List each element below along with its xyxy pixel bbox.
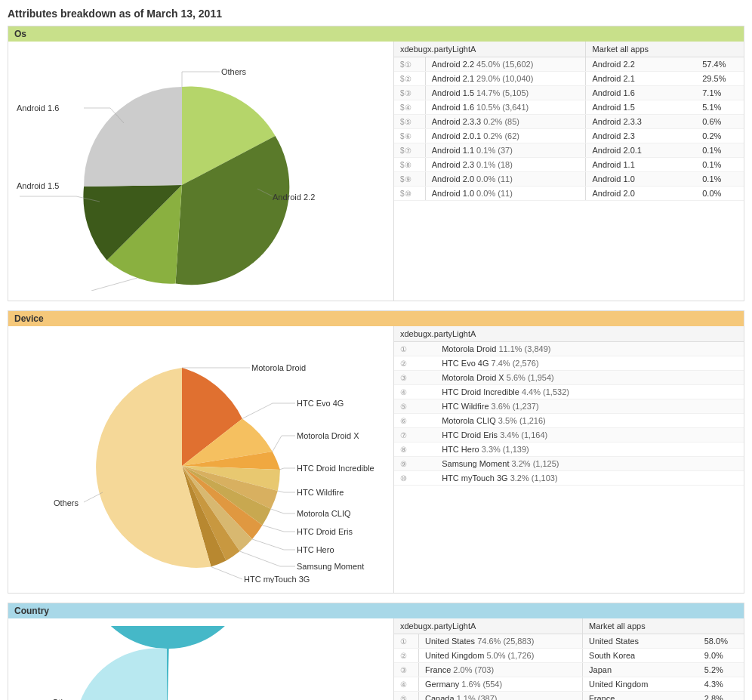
- os-data-area: xdebugx.partyLightA Market all apps $① A…: [393, 42, 744, 301]
- device-label-1: Motorola Droid: [251, 363, 306, 372]
- device-data-area: xdebugx.partyLightA ① Motorola Droid 11.…: [393, 326, 744, 593]
- svg-line-15: [278, 491, 284, 492]
- device-col1-header: xdebugx.partyLightA: [394, 326, 744, 342]
- country-data-area: xdebugx.partyLightA Market all apps ① Un…: [393, 618, 744, 700]
- device-label-5: HTC Wildfire: [297, 488, 344, 497]
- country-pie-chart: Others United Kingdom: [16, 626, 386, 700]
- country-section: Country: [8, 603, 744, 700]
- svg-line-6: [91, 278, 137, 291]
- page-title: Attributes breakdown as of March 13, 201…: [8, 8, 744, 20]
- device-label-8: HTC Hero: [297, 545, 334, 554]
- os-section-header: Os: [8, 26, 744, 42]
- svg-line-21: [252, 539, 284, 550]
- device-section-header: Device: [8, 311, 744, 326]
- os-label-16: Android 1.6: [17, 103, 59, 113]
- device-label-7: HTC Droid Eris: [297, 527, 353, 536]
- os-section-body: Others Android 1.6 Android 1.5 Android 2…: [8, 42, 744, 301]
- device-section-body: Motorola Droid HTC Evo 4G Motorola Droid…: [8, 326, 744, 593]
- country-data-table: xdebugx.partyLightA Market all apps ① Un…: [394, 618, 744, 700]
- device-section: Device: [8, 310, 744, 594]
- device-label-2: HTC Evo 4G: [297, 399, 344, 408]
- device-label-3: Motorola Droid X: [297, 431, 359, 440]
- os-pie-chart: Others Android 1.6 Android 1.5 Android 2…: [16, 49, 386, 291]
- svg-line-9: [242, 403, 273, 418]
- device-label-6: Motorola CLIQ: [297, 509, 351, 518]
- os-label-15: Android 1.5: [17, 181, 59, 190]
- svg-line-23: [240, 551, 281, 566]
- svg-line-11: [273, 436, 282, 452]
- country-slice-others: [75, 648, 167, 700]
- os-col2-header: Market all apps: [586, 42, 744, 57]
- device-label-10: HTC myTouch 3G: [244, 575, 310, 583]
- svg-line-19: [263, 526, 285, 532]
- svg-line-17: [271, 509, 284, 513]
- os-slice-others: [84, 87, 182, 187]
- device-chart-area: Motorola Droid HTC Evo 4G Motorola Droid…: [8, 326, 393, 593]
- svg-line-26: [84, 492, 103, 502]
- svg-line-13: [279, 468, 284, 470]
- country-chart-area: Others United Kingdom: [8, 618, 393, 700]
- os-label-others2: Others: [221, 67, 247, 76]
- device-label-9: Samsung Moment: [297, 562, 364, 571]
- os-section: Os: [8, 26, 744, 301]
- device-pie-chart: Motorola Droid HTC Evo 4G Motorola Droid…: [16, 334, 386, 583]
- os-data-table: xdebugx.partyLightA Market all apps $① A…: [394, 42, 744, 201]
- svg-line-25: [211, 567, 243, 580]
- country-section-header: Country: [8, 603, 744, 618]
- country-col2-header: Market all apps: [583, 618, 744, 634]
- os-col1-header: xdebugx.partyLightA: [394, 42, 586, 57]
- device-label-others: Others: [54, 498, 79, 507]
- device-label-4: HTC Droid Incredible: [297, 464, 374, 473]
- country-col1-header: xdebugx.partyLightA: [394, 618, 583, 634]
- country-section-body: Others United Kingdom xdebugx.partyLight…: [8, 618, 744, 700]
- os-label-22: Android 2.2: [273, 193, 315, 202]
- os-chart-area: Others Android 1.6 Android 1.5 Android 2…: [8, 42, 393, 301]
- device-data-table: xdebugx.partyLightA ① Motorola Droid 11.…: [394, 326, 744, 486]
- page: Attributes breakdown as of March 13, 201…: [0, 0, 752, 700]
